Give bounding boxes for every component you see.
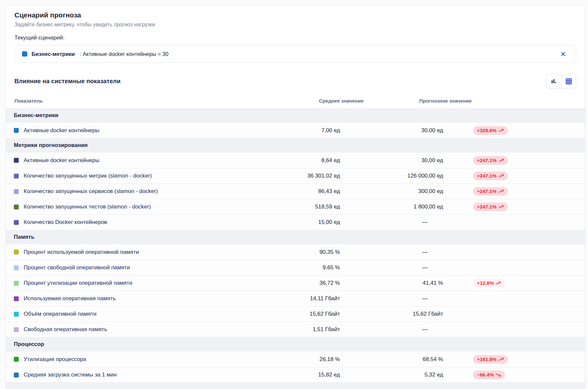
average-value: 26,18 %	[246, 356, 355, 363]
table-view-button[interactable]	[561, 74, 576, 88]
delta-badge: +328.6%	[473, 126, 508, 135]
close-icon: ✕	[560, 50, 566, 58]
average-value: 36,72 %	[246, 280, 355, 286]
view-mode-toggle	[546, 74, 576, 88]
metric-color-swatch	[14, 189, 19, 194]
forecast-value: 41,41 %	[355, 280, 457, 286]
trending-up-icon	[499, 357, 504, 361]
scenario-color-swatch	[22, 51, 27, 57]
chart-view-button[interactable]	[546, 74, 561, 88]
metric-label: Используемая оперативная память	[24, 295, 116, 302]
metric-row: Процент используемой оперативной памяти9…	[6, 244, 585, 260]
metric-label: Средняя загрузка системы за 1 мин	[24, 372, 117, 378]
delta-value: +247.1%	[477, 173, 497, 179]
metric-row: Средняя загрузка системы за 1 мин15,82 е…	[6, 367, 585, 382]
forecast-value: 300,00 ед	[355, 188, 457, 195]
column-header-metric: Показатель	[6, 98, 246, 104]
metric-label: Активные docker контейнеры	[24, 157, 99, 164]
metric-row: Процент свободной оперативной памяти9,65…	[6, 260, 585, 275]
delta-badge: +161.8%	[473, 355, 508, 364]
metric-color-swatch	[14, 174, 19, 179]
group-header-row: Бизнес-метрики	[6, 108, 585, 123]
delta-value: −66.4%	[477, 372, 494, 377]
metrics-table-body: Бизнес-метрикиАктивные docker контейнеры…	[6, 108, 585, 382]
delta-cell: +161.8%	[457, 355, 585, 364]
metric-row: Свободная оперативная память1,51 Гбайт—	[6, 322, 585, 337]
delta-value: +247.1%	[477, 204, 497, 209]
average-value: 86,43 ед	[246, 188, 355, 195]
metric-color-swatch	[14, 220, 19, 225]
average-value: 36 301,02 ед	[246, 173, 355, 179]
metric-label: Активные docker контейнеры	[24, 127, 99, 134]
average-value: 1,51 Гбайт	[246, 326, 355, 333]
trending-up-icon	[496, 281, 501, 285]
metric-label: Свободная оперативная память	[24, 326, 107, 333]
forecast-value: 15,62 Гбайт	[355, 311, 457, 317]
group-header-row: Память	[6, 230, 585, 244]
metric-row: Активные docker контейнеры7,00 ед30,00 е…	[6, 123, 585, 138]
metric-color-swatch	[14, 281, 19, 286]
metric-color-swatch	[14, 205, 19, 209]
metric-row: Объём оперативной памяти15,62 Гбайт15,62…	[6, 306, 585, 322]
delta-cell: +247.1%	[457, 187, 585, 196]
metric-name-cell: Объём оперативной памяти	[6, 311, 246, 317]
forecast-scenario-page: Сценарий прогноза Задайте бизнес-метрику…	[0, 0, 588, 389]
delta-cell: +247.1%	[457, 156, 585, 165]
trending-up-icon	[499, 158, 504, 162]
delta-value: +247.1%	[477, 189, 497, 194]
delta-badge: +12.8%	[473, 279, 505, 287]
average-value: 90,35 %	[246, 249, 355, 255]
delta-cell: +247.1%	[457, 203, 585, 211]
metric-label: Процент свободной оперативной памяти	[24, 264, 130, 271]
delta-value: +12.8%	[477, 280, 494, 286]
average-value: 8,64 ед	[246, 157, 355, 164]
delta-badge: +247.1%	[473, 156, 508, 165]
metric-name-cell: Количество запущенных сервисов (slamon -…	[6, 188, 246, 195]
metric-color-swatch	[14, 158, 19, 163]
trending-up-icon	[499, 129, 504, 133]
delta-badge: +247.1%	[473, 203, 508, 211]
metric-name-cell: Активные docker контейнеры	[6, 127, 246, 134]
card-header: Сценарий прогноза Задайте бизнес-метрику…	[6, 5, 585, 88]
metric-row: Утилизация процессора26,18 %68,54 %+161.…	[6, 352, 585, 367]
average-value: 14,11 Гбайт	[246, 295, 355, 302]
trending-up-icon	[499, 189, 504, 193]
metric-color-swatch	[14, 296, 19, 301]
table-header-row: Показатель Среднее значение Прогнозное з…	[6, 93, 585, 108]
page-title: Сценарий прогноза	[14, 11, 576, 19]
metric-name-cell: Активные docker контейнеры	[6, 157, 246, 164]
forecast-value: 30,00 ед	[355, 127, 457, 134]
metric-label: Процент утилизации оперативной памяти	[24, 280, 132, 286]
forecast-value: —	[355, 295, 457, 302]
metric-name-cell: Количество запущенных тестов (slamon - d…	[6, 204, 246, 210]
bar-chart-icon	[551, 78, 557, 85]
metric-color-swatch	[14, 265, 19, 270]
forecast-value: —	[355, 264, 457, 271]
metric-label: Объём оперативной памяти	[24, 311, 97, 317]
delta-value: +247.1%	[477, 158, 497, 163]
metric-row: Количество запущенных тестов (slamon - d…	[6, 199, 585, 214]
next-group-row-partial	[6, 382, 585, 389]
metric-label: Количество запущенных метрик (slamon - d…	[24, 173, 152, 179]
metric-label: Количество Docker контейнеров	[24, 219, 107, 226]
delta-value: +328.6%	[477, 128, 497, 133]
average-value: 7,00 ед	[246, 127, 355, 134]
trending-up-icon	[499, 205, 504, 209]
group-title: Бизнес-метрики	[14, 112, 58, 119]
average-value: 518,59 ед	[246, 204, 355, 210]
delta-cell: +12.8%	[457, 279, 585, 287]
metric-color-swatch	[14, 373, 19, 377]
metric-row: Количество Docker контейнеров15,00 ед—	[6, 214, 585, 230]
metric-color-swatch	[14, 357, 19, 362]
metric-name-cell: Процент используемой оперативной памяти	[6, 249, 246, 255]
table-grid-icon	[565, 78, 572, 85]
average-value: 15,82 ед	[246, 372, 355, 378]
column-header-forecast: Прогнозное значение	[365, 98, 483, 104]
forecast-value: 68,54 %	[355, 356, 457, 363]
metric-name-cell: Средняя загрузка системы за 1 мин	[6, 372, 246, 378]
delta-cell: −66.4%	[457, 371, 585, 379]
delta-badge: −66.4%	[473, 371, 505, 379]
scenario-close-button[interactable]: ✕	[558, 49, 568, 59]
delta-value: +161.8%	[477, 357, 497, 362]
metric-color-swatch	[14, 250, 19, 255]
